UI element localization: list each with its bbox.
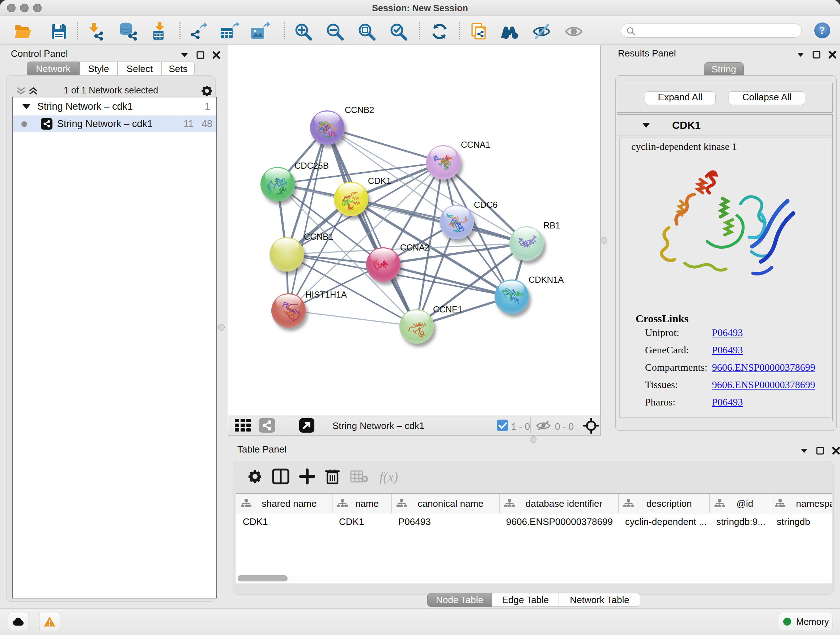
tab-sets[interactable]: Sets xyxy=(162,62,195,76)
node-CCNB1[interactable] xyxy=(270,237,304,272)
warnings-button[interactable] xyxy=(39,613,60,630)
node-CCNE1[interactable] xyxy=(399,309,434,344)
import-network-file-icon[interactable] xyxy=(85,21,106,42)
node-CCNB2[interactable] xyxy=(310,111,344,145)
node-RB1[interactable] xyxy=(509,226,544,261)
memory-button[interactable]: Memory xyxy=(779,613,832,630)
show-all-icon[interactable] xyxy=(564,21,584,42)
column-header-database-identifier[interactable]: database identifier xyxy=(500,494,619,513)
crosslink-row: Compartments:9606.ENSP00000378699 xyxy=(620,362,830,376)
network-type-icon xyxy=(41,118,52,130)
delete-table-icon[interactable] xyxy=(349,466,369,486)
toolbar-separator-3 xyxy=(284,22,285,39)
tab-select[interactable]: Select xyxy=(118,62,162,76)
maximize-panel-icon[interactable] xyxy=(196,50,205,60)
node-CCNA2[interactable] xyxy=(366,247,401,282)
cloud-status-button[interactable] xyxy=(8,613,29,630)
expand-all-button[interactable]: Expand All xyxy=(645,91,715,105)
network-canvas[interactable]: CCNB2CCNA1CDC25BCDK1CDC6RB1CCNB1CCNA2CDK… xyxy=(228,45,600,415)
zoom-in-icon[interactable] xyxy=(293,21,313,42)
tab-network-table[interactable]: Network Table xyxy=(559,593,640,607)
network-options-gear-icon[interactable] xyxy=(201,84,213,97)
expand-collection-icon[interactable] xyxy=(22,103,31,111)
hide-selected-icon[interactable] xyxy=(531,21,552,42)
right-splitter-handle[interactable] xyxy=(601,237,607,244)
float-table-icon[interactable] xyxy=(799,446,809,455)
zoom-fit-icon[interactable] xyxy=(356,21,377,42)
column-header-namespace[interactable]: namespace xyxy=(770,494,832,513)
zoom-out-icon[interactable] xyxy=(325,21,345,42)
copy-icon[interactable] xyxy=(469,21,489,42)
node-label-CCNA1: CCNA1 xyxy=(461,140,490,150)
birdseye-grid-icon[interactable] xyxy=(235,419,253,432)
hidden-eye-icon xyxy=(535,420,551,432)
crosslink-link-pharos[interactable]: P06493 xyxy=(712,396,743,408)
crosslink-label-compartments: Compartments: xyxy=(645,362,707,373)
collapse-gene-icon[interactable] xyxy=(642,122,651,128)
node-CDKN1A[interactable] xyxy=(494,279,529,314)
control-panel: Control Panel NetworkStyleSelectSets 1 o… xyxy=(3,45,227,608)
close-results-icon[interactable] xyxy=(828,50,837,59)
delete-column-trash-icon[interactable] xyxy=(322,466,343,486)
fit-selected-crosshair-icon[interactable] xyxy=(583,418,599,434)
open-in-window-icon[interactable] xyxy=(299,418,314,432)
add-column-icon[interactable] xyxy=(297,466,317,486)
column-header-shared-name[interactable]: shared name xyxy=(236,494,332,513)
left-splitter-handle[interactable] xyxy=(218,324,225,331)
zoom-selected-icon[interactable] xyxy=(388,21,409,42)
float-panel-icon[interactable] xyxy=(180,50,189,60)
node-CDC6[interactable] xyxy=(439,205,474,239)
node-CDK1[interactable] xyxy=(334,182,368,216)
close-table-icon[interactable] xyxy=(831,446,840,455)
table-options-gear-icon[interactable] xyxy=(245,466,265,486)
column-header--id[interactable]: @id xyxy=(710,494,770,513)
table-panel-title: Table Panel xyxy=(237,444,286,455)
node-CDC25B[interactable] xyxy=(261,167,295,201)
horizontal-splitter-handle[interactable] xyxy=(530,436,537,443)
share-network-icon[interactable] xyxy=(259,418,275,432)
tab-network[interactable]: Network xyxy=(27,62,80,76)
column-header-canonical-name[interactable]: canonical name xyxy=(392,494,500,513)
import-table-file-icon[interactable] xyxy=(149,21,170,42)
maximize-table-icon[interactable] xyxy=(815,446,825,455)
column-header-description[interactable]: description xyxy=(619,494,710,513)
node-CCNA1[interactable] xyxy=(426,145,461,180)
export-image-icon[interactable] xyxy=(250,21,270,42)
node-HIST1H1A[interactable] xyxy=(271,293,306,328)
save-session-icon[interactable] xyxy=(49,21,69,42)
tab-edge-table[interactable]: Edge Table xyxy=(492,593,559,607)
import-network-database-icon[interactable] xyxy=(118,21,138,42)
tab-string[interactable]: String xyxy=(704,62,744,76)
gene-section-header[interactable]: CDK1 xyxy=(617,115,832,135)
tab-style[interactable]: Style xyxy=(80,62,118,76)
edge-CCNB2-HIST1H1A[interactable] xyxy=(288,127,327,310)
edge-CCNE1-HIST1H1A[interactable] xyxy=(288,310,416,326)
network-collection-row[interactable]: String Network – cdk1 1 xyxy=(13,98,216,115)
close-panel-icon[interactable] xyxy=(212,50,221,60)
help-button[interactable]: ? xyxy=(814,22,830,38)
crosslink-link-genecard[interactable]: P06493 xyxy=(712,344,743,356)
export-network-icon[interactable] xyxy=(188,21,209,42)
scrollbar-thumb[interactable] xyxy=(238,575,287,581)
network-view: CCNB2CCNA1CDC25BCDK1CDC6RB1CCNB1CCNA2CDK… xyxy=(228,45,600,436)
formula-builder-icon[interactable]: f(x) xyxy=(379,469,398,485)
first-neighbors-icon[interactable] xyxy=(500,21,521,42)
selected-checkbox-icon xyxy=(496,419,508,432)
maximize-results-icon[interactable] xyxy=(812,50,821,59)
split-columns-icon[interactable] xyxy=(271,466,291,486)
float-results-icon[interactable] xyxy=(796,50,805,59)
tab-node-table[interactable]: Node Table xyxy=(427,593,492,607)
crosslink-link-uniprot[interactable]: P06493 xyxy=(712,327,743,339)
search-input[interactable] xyxy=(621,24,802,38)
table-horizontal-scrollbar[interactable] xyxy=(237,575,832,582)
collapse-all-button[interactable]: Collapse All xyxy=(729,91,805,105)
network-row[interactable]: String Network – cdk1 11 48 xyxy=(13,116,216,132)
column-header-name[interactable]: name xyxy=(332,494,392,513)
open-file-icon[interactable] xyxy=(13,21,33,42)
refresh-icon[interactable] xyxy=(429,21,450,42)
crosslink-link-compartments[interactable]: 9606.ENSP00000378699 xyxy=(712,362,815,373)
table-panel: Table Panel xyxy=(227,443,840,608)
crosslink-link-tissues[interactable]: 9606.ENSP00000378699 xyxy=(712,379,815,391)
export-table-icon[interactable] xyxy=(219,21,240,42)
table-row[interactable]: CDK1CDK1P064939606.ENSP00000378699cyclin… xyxy=(236,513,832,529)
